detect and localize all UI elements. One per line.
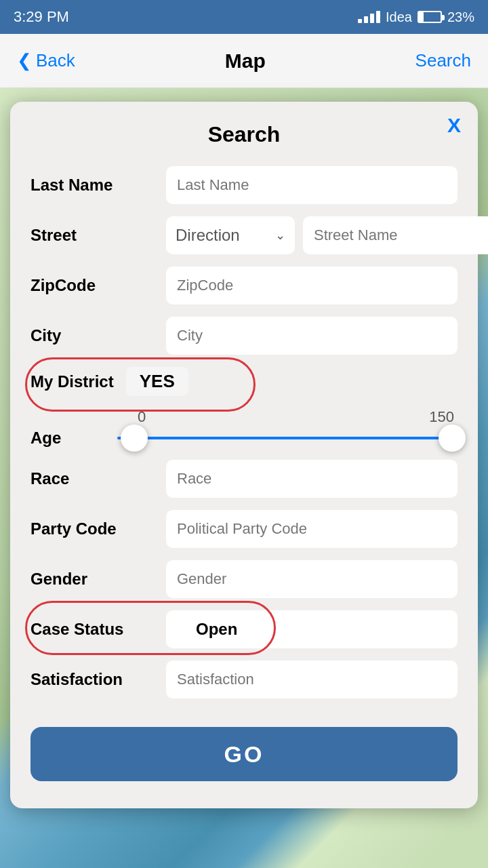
district-content: My District YES	[30, 367, 188, 396]
last-name-label: Last Name	[30, 176, 166, 195]
time: 3:29 PM	[14, 8, 69, 26]
zipcode-row: ZipCode	[30, 267, 458, 304]
age-slider-thumb-right[interactable]	[439, 425, 466, 452]
age-label: Age	[30, 429, 112, 448]
status-bar: 3:29 PM Idea 23%	[0, 0, 488, 34]
search-nav-button[interactable]: Search	[415, 50, 471, 71]
direction-value: Direction	[176, 226, 240, 245]
satisfaction-label: Satisfaction	[30, 670, 166, 689]
satisfaction-row: Satisfaction	[30, 660, 458, 698]
zipcode-label: ZipCode	[30, 276, 166, 295]
back-chevron-icon: ❮	[17, 50, 32, 71]
case-status-value[interactable]: Open	[177, 613, 256, 646]
battery-icon	[418, 11, 442, 23]
last-name-input[interactable]	[166, 166, 458, 204]
direction-dropdown[interactable]: Direction ⌄	[166, 216, 295, 254]
age-slider-thumb-left[interactable]	[121, 425, 148, 452]
city-label: City	[30, 326, 166, 345]
case-status-label: Case Status	[30, 620, 166, 639]
street-label: Street	[30, 226, 166, 245]
party-code-input[interactable]	[166, 510, 458, 548]
street-row: Street Direction ⌄	[30, 216, 458, 254]
chevron-down-icon: ⌄	[275, 228, 285, 243]
age-section: 0 150 Age	[30, 408, 458, 448]
race-input[interactable]	[166, 460, 458, 498]
age-min-label: 0	[138, 408, 146, 426]
satisfaction-input[interactable]	[166, 660, 458, 698]
race-label: Race	[30, 469, 166, 488]
age-slider-track[interactable]	[117, 437, 452, 439]
nav-bar: ❮ Back Map Search	[0, 34, 488, 88]
modal-title: Search	[30, 122, 458, 147]
my-district-label: My District	[30, 372, 114, 391]
page-title: Map	[225, 50, 266, 73]
carrier: Idea	[386, 9, 412, 25]
party-code-row: Party Code	[30, 510, 458, 548]
race-row: Race	[30, 460, 458, 498]
close-button[interactable]: X	[447, 114, 461, 137]
party-code-label: Party Code	[30, 519, 166, 538]
search-modal: X Search Last Name Street Direction ⌄ Zi…	[10, 102, 478, 808]
gender-row: Gender	[30, 560, 458, 598]
modal-overlay: X Search Last Name Street Direction ⌄ Zi…	[0, 88, 488, 868]
case-status-row: Case Status Open	[30, 610, 458, 648]
gender-label: Gender	[30, 570, 166, 589]
street-name-input[interactable]	[303, 216, 488, 254]
street-inputs: Direction ⌄	[166, 216, 488, 254]
age-row: Age	[30, 429, 458, 448]
status-icons: Idea 23%	[358, 9, 474, 25]
battery-percent: 23%	[447, 9, 474, 25]
back-button[interactable]: ❮ Back	[17, 50, 75, 71]
go-button[interactable]: GO	[30, 727, 458, 781]
age-range-labels: 0 150	[30, 408, 458, 426]
zipcode-input[interactable]	[166, 267, 458, 304]
gender-input[interactable]	[166, 560, 458, 598]
city-input[interactable]	[166, 317, 458, 355]
city-row: City	[30, 317, 458, 355]
signal-icon	[358, 11, 380, 23]
my-district-value[interactable]: YES	[126, 367, 188, 396]
last-name-row: Last Name	[30, 166, 458, 204]
my-district-row: My District YES	[30, 367, 458, 396]
case-status-value-container[interactable]: Open	[166, 610, 458, 648]
back-label: Back	[36, 50, 75, 71]
age-max-label: 150	[429, 408, 454, 426]
